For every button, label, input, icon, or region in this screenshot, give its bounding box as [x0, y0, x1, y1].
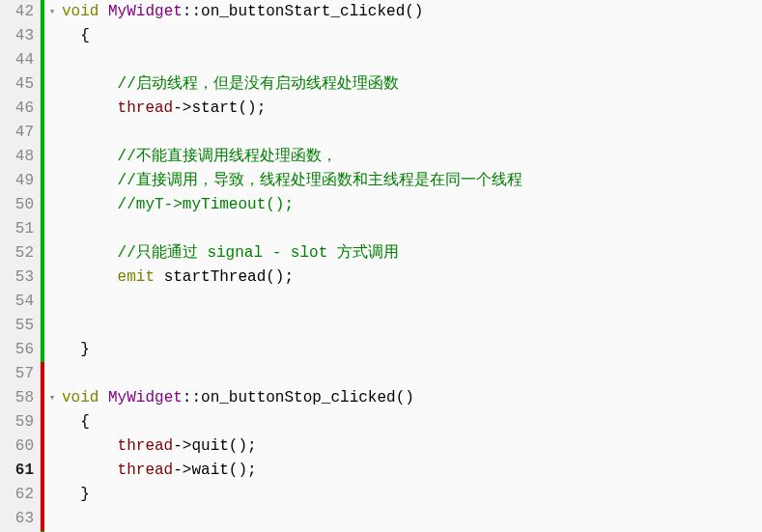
code-token: void [62, 389, 108, 406]
fold-toggle [44, 483, 60, 507]
fold-toggle [44, 217, 60, 241]
code-line[interactable] [62, 217, 762, 241]
code-token: //不能直接调用线程处理函数， [118, 148, 337, 165]
code-line[interactable] [62, 362, 762, 386]
fold-toggle [44, 169, 60, 193]
code-line[interactable]: { [62, 410, 762, 434]
line-number: 57 [0, 362, 34, 386]
code-token: -> [173, 99, 191, 117]
code-token: (); [238, 99, 266, 117]
code-token: () [405, 3, 423, 20]
code-token: MyWidget [108, 389, 183, 406]
code-token: thread [118, 462, 174, 479]
code-token: on_buttonStop_clicked [201, 389, 396, 406]
line-number: 46 [0, 97, 34, 121]
code-token: on_buttonStart_clicked [201, 3, 405, 20]
code-line[interactable]: { [62, 24, 762, 48]
code-line[interactable]: //直接调用，导致，线程处理函数和主线程是在同一个线程 [62, 169, 762, 193]
code-line[interactable] [62, 314, 762, 338]
code-line[interactable]: //启动线程，但是没有启动线程处理函数 [62, 72, 762, 97]
fold-toggle [44, 459, 60, 483]
line-number: 62 [0, 483, 34, 507]
fold-toggle [44, 145, 60, 169]
code-token: -> [173, 462, 191, 479]
line-number: 59 [0, 410, 34, 434]
line-number: 56 [0, 338, 34, 362]
code-token: start [191, 99, 238, 117]
code-token: //直接调用，导致，线程处理函数和主线程是在同一个线程 [118, 172, 522, 189]
code-token: emit [118, 268, 155, 286]
line-number: 53 [0, 266, 34, 290]
code-token [62, 437, 118, 455]
fold-toggle[interactable]: ▾ [44, 0, 60, 24]
fold-toggle [44, 24, 60, 48]
line-number: 48 [0, 145, 34, 169]
code-token [62, 244, 118, 262]
code-line[interactable] [62, 290, 762, 314]
fold-toggle [44, 48, 60, 72]
code-area[interactable]: void MyWidget::on_buttonStart_clicked() … [60, 0, 762, 532]
fold-toggle [44, 97, 60, 121]
code-token [62, 268, 118, 286]
line-number: 44 [0, 48, 34, 72]
code-line[interactable] [62, 121, 762, 145]
fold-toggle [44, 410, 60, 434]
line-number: 55 [0, 314, 34, 338]
code-token: thread [118, 99, 174, 117]
line-number: 43 [0, 24, 34, 48]
code-token: (); [266, 268, 294, 286]
code-token [155, 268, 164, 286]
code-line[interactable]: //只能通过 signal - slot 方式调用 [62, 241, 762, 266]
code-token: :: [183, 389, 201, 406]
code-line[interactable]: } [62, 483, 762, 507]
code-token: MyWidget [108, 3, 183, 20]
code-token: startThread [164, 268, 267, 286]
code-line[interactable]: thread->wait(); [62, 459, 762, 483]
code-token: (); [229, 462, 257, 479]
line-number: 52 [0, 241, 34, 266]
fold-toggle [44, 314, 60, 338]
code-token: void [62, 3, 108, 20]
fold-toggle [44, 507, 60, 531]
line-number: 60 [0, 434, 34, 459]
code-line[interactable]: //myT->myTimeout(); [62, 193, 762, 217]
fold-toggle [44, 193, 60, 217]
fold-toggle [44, 72, 60, 97]
code-line[interactable]: void MyWidget::on_buttonStart_clicked() [62, 0, 762, 24]
line-number: 61 [0, 459, 34, 483]
line-number-gutter: 4243444546474849505152535455565758596061… [0, 0, 41, 532]
line-number: 54 [0, 290, 34, 314]
code-token: { [62, 413, 90, 431]
code-line[interactable]: void MyWidget::on_buttonStop_clicked() [62, 386, 762, 410]
code-token: -> [173, 437, 191, 455]
code-line[interactable]: emit startThread(); [62, 266, 762, 290]
code-token: :: [183, 3, 201, 20]
code-token: quit [191, 437, 228, 455]
code-line[interactable]: //不能直接调用线程处理函数， [62, 145, 762, 169]
code-line[interactable] [62, 48, 762, 72]
code-line[interactable] [62, 507, 762, 531]
code-line[interactable]: thread->start(); [62, 97, 762, 121]
code-token [62, 148, 118, 165]
line-number: 63 [0, 507, 34, 531]
line-number: 49 [0, 169, 34, 193]
fold-toggle [44, 121, 60, 145]
fold-toggle[interactable]: ▾ [44, 386, 60, 410]
fold-toggle [44, 266, 60, 290]
fold-toggle [44, 362, 60, 386]
code-token [62, 196, 118, 213]
line-number: 45 [0, 72, 34, 97]
fold-toggle [44, 434, 60, 459]
code-editor[interactable]: 4243444546474849505152535455565758596061… [0, 0, 762, 532]
code-token: } [62, 486, 90, 503]
code-line[interactable]: thread->quit(); [62, 434, 762, 459]
code-token: { [62, 27, 90, 44]
line-number: 58 [0, 386, 34, 410]
code-token: } [62, 341, 90, 358]
line-number: 47 [0, 121, 34, 145]
line-number: 51 [0, 217, 34, 241]
code-line[interactable]: } [62, 338, 762, 362]
code-token: //启动线程，但是没有启动线程处理函数 [118, 75, 399, 93]
line-number: 50 [0, 193, 34, 217]
code-token: thread [118, 437, 174, 455]
